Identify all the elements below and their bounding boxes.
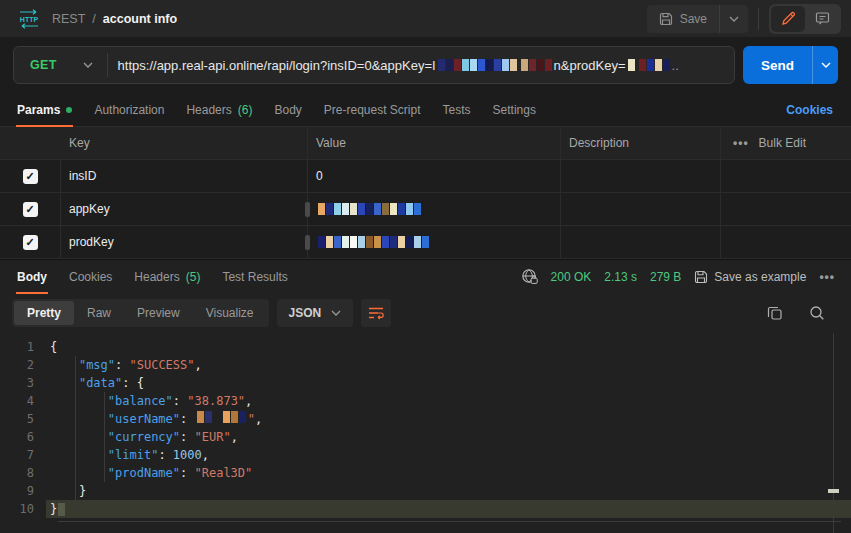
headers-count: (6)	[238, 103, 253, 117]
redacted-pixel	[382, 203, 389, 215]
tab-body[interactable]: Body	[263, 93, 312, 126]
redacted-pixel	[647, 59, 654, 71]
code-token: ,	[231, 430, 238, 444]
redacted-pixel	[478, 59, 485, 71]
code-token	[50, 466, 108, 480]
param-checkbox[interactable]: ✓	[23, 169, 38, 184]
param-key-cell[interactable]: prodKey	[61, 226, 308, 258]
header-key: Key	[61, 127, 308, 159]
copy-icon[interactable]	[767, 305, 783, 321]
redacted-value	[318, 203, 421, 215]
horizontal-scrollbar[interactable]	[58, 521, 841, 522]
param-checkbox[interactable]: ✓	[23, 202, 38, 217]
redacted-pixel	[521, 59, 528, 71]
edit-button[interactable]	[771, 6, 805, 32]
save-as-example-label: Save as example	[714, 270, 806, 284]
code-line[interactable]: 10}	[0, 500, 851, 518]
response-size[interactable]: 279 B	[650, 270, 681, 284]
overview-ruler[interactable]	[833, 333, 834, 533]
redacted-pixel	[239, 411, 246, 423]
view-mode-pretty[interactable]: Pretty	[14, 301, 74, 325]
code-token: "Real3D"	[195, 466, 253, 480]
language-select[interactable]: JSON	[277, 299, 354, 327]
wrap-text-icon	[368, 306, 384, 320]
tab-tests[interactable]: Tests	[432, 93, 482, 126]
param-value-cell[interactable]	[308, 193, 561, 225]
bulk-edit-button[interactable]: Bulk Edit	[759, 136, 806, 150]
response-body-editor[interactable]: 1{2 "msg": "SUCCESS",3 "data": {4 "balan…	[0, 333, 851, 533]
tab-settings[interactable]: Settings	[482, 93, 547, 126]
column-resize-handle[interactable]	[305, 202, 310, 217]
response-tab-headers[interactable]: Headers (5)	[123, 260, 211, 293]
param-description-cell[interactable]	[561, 226, 721, 258]
param-value-cell[interactable]	[308, 226, 561, 258]
breadcrumb-request-name[interactable]: account info	[103, 12, 177, 26]
redacted-pixel	[537, 59, 544, 71]
param-value-cell[interactable]: 0	[308, 160, 561, 192]
save-button[interactable]: Save	[647, 5, 719, 33]
cookies-link[interactable]: Cookies	[786, 103, 833, 117]
redacted-pixel	[446, 59, 453, 71]
code-line[interactable]: 4 "balance": "38.873",	[0, 392, 851, 410]
code-line[interactable]: 5 "userName": ",	[0, 410, 851, 428]
tab-pre-request-script[interactable]: Pre-request Script	[313, 93, 432, 126]
status-badge[interactable]: 200 OK	[551, 270, 592, 284]
save-as-example-button[interactable]: Save as example	[694, 270, 806, 284]
send-options-button[interactable]	[812, 46, 838, 84]
code-line[interactable]: 8 "prodName": "Real3D"	[0, 464, 851, 482]
http-request-icon: HTTP	[16, 9, 42, 29]
code-token: ,	[245, 394, 252, 408]
method-select[interactable]: GET	[14, 47, 107, 83]
code-line[interactable]: 7 "limit": 1000,	[0, 446, 851, 464]
param-description-cell[interactable]	[561, 193, 721, 225]
wrap-text-button[interactable]	[361, 299, 391, 327]
chevron-down-icon	[729, 16, 739, 22]
more-options-icon[interactable]: •••	[733, 136, 749, 150]
code-line[interactable]: 6 "currency": "EUR",	[0, 428, 851, 446]
line-number: 10	[0, 500, 46, 518]
save-icon	[659, 12, 673, 26]
breadcrumb-separator: /	[92, 12, 95, 26]
line-number: 7	[0, 446, 46, 464]
response-tab-cookies[interactable]: Cookies	[58, 260, 123, 293]
code-content: {	[46, 338, 851, 356]
view-mode-preview[interactable]: Preview	[124, 301, 193, 325]
param-description-cell[interactable]	[561, 160, 721, 192]
code-token: :	[180, 430, 194, 444]
breadcrumb-collection[interactable]: REST	[52, 12, 85, 26]
params-header-row: Key Value Description ••• Bulk Edit	[0, 127, 851, 160]
tab-headers[interactable]: Headers (6)	[175, 93, 263, 126]
params-modified-dot	[66, 107, 72, 113]
code-line[interactable]: 9 }	[0, 482, 851, 500]
response-tab-test-results[interactable]: Test Results	[211, 260, 298, 293]
param-key-cell[interactable]: insID	[61, 160, 308, 192]
comment-button[interactable]	[805, 6, 839, 32]
response-tab-body[interactable]: Body	[6, 260, 58, 293]
search-icon[interactable]	[809, 305, 825, 321]
code-token: "balance"	[108, 394, 173, 408]
tab-params[interactable]: Params	[6, 93, 83, 126]
save-options-button[interactable]	[719, 5, 748, 33]
code-line[interactable]: 1{	[0, 338, 851, 356]
view-mode-visualize[interactable]: Visualize	[193, 301, 267, 325]
response-time[interactable]: 2.13 s	[604, 270, 637, 284]
param-row-insid: ✓ insID 0	[0, 160, 851, 193]
view-mode-raw[interactable]: Raw	[74, 301, 124, 325]
code-token: }	[50, 502, 57, 516]
code-line[interactable]: 2 "msg": "SUCCESS",	[0, 356, 851, 374]
param-key-cell[interactable]: appKey	[61, 193, 308, 225]
code-line[interactable]: 3 "data": {	[0, 374, 851, 392]
url-input[interactable]: https://app.real-api.online/rapi/login?i…	[108, 58, 734, 73]
param-checkbox[interactable]: ✓	[23, 235, 38, 250]
network-info-button[interactable]	[521, 268, 538, 285]
response-more-options-icon[interactable]: •••	[819, 270, 835, 284]
code-token: "	[248, 412, 255, 426]
redacted-value	[223, 411, 246, 423]
tab-label: Authorization	[94, 103, 164, 117]
redacted-pixel	[205, 411, 212, 423]
redacted-value	[197, 411, 212, 423]
view-mode-group: Pretty Raw Preview Visualize	[12, 299, 269, 327]
send-button[interactable]: Send	[743, 46, 812, 84]
column-resize-handle[interactable]	[305, 235, 310, 250]
tab-authorization[interactable]: Authorization	[83, 93, 175, 126]
